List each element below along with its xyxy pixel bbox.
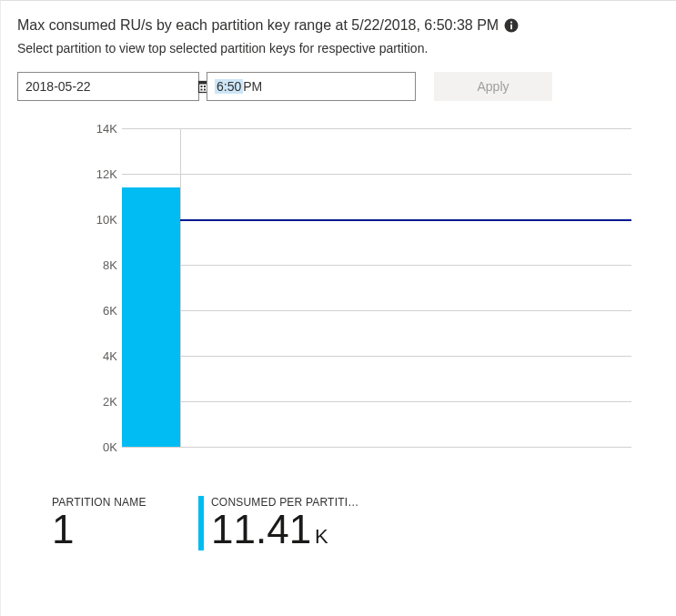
chart-reference-line <box>180 219 631 221</box>
chart-gridline <box>122 356 631 357</box>
time-field[interactable]: 6:50 PM <box>207 72 416 101</box>
time-hours-minutes[interactable]: 6:50 <box>215 79 243 94</box>
chart-y-tick: 14K <box>76 122 117 136</box>
chart-gridline <box>122 265 631 266</box>
panel-title-row: Max consumed RU/s by each partition key … <box>17 17 667 34</box>
date-field[interactable] <box>17 72 199 101</box>
chart-bar[interactable] <box>122 187 180 447</box>
chart-plot-area <box>122 128 631 447</box>
svg-rect-8 <box>201 89 203 91</box>
chart-gridline <box>122 128 631 129</box>
chart-y-tick: 4K <box>76 349 117 363</box>
svg-rect-9 <box>204 89 206 91</box>
apply-button[interactable]: Apply <box>434 72 552 101</box>
chart-y-tick: 2K <box>76 395 117 409</box>
svg-rect-2 <box>510 22 512 24</box>
kpi-partition: PARTITION NAME 1 <box>39 496 198 550</box>
kpi-consumed-value: 11.41K <box>211 509 358 550</box>
kpi-row: PARTITION NAME 1 CONSUMED PER PARTITI… 1… <box>39 496 658 550</box>
panel-subtitle: Select partition to view top selected pa… <box>17 41 667 56</box>
chart-y-tick: 6K <box>76 304 117 318</box>
chart-gridline <box>122 401 631 402</box>
chart-axis-vline <box>180 128 181 447</box>
chart-y-tick: 12K <box>76 167 117 181</box>
svg-rect-6 <box>204 86 206 87</box>
kpi-marker <box>198 496 204 550</box>
kpi-consumed: CONSUMED PER PARTITI… 11.41K <box>198 496 358 550</box>
ru-chart[interactable]: 0K2K4K6K8K10K12K14K <box>17 114 645 459</box>
kpi-partition-value: 1 <box>52 509 146 550</box>
info-icon[interactable] <box>504 18 519 33</box>
chart-gridline <box>122 447 631 448</box>
chart-gridline <box>122 310 631 311</box>
controls-row: 6:50 PM Apply <box>17 72 667 101</box>
chart-y-tick: 8K <box>76 258 117 272</box>
throughput-panel: Max consumed RU/s by each partition key … <box>0 0 676 616</box>
svg-rect-1 <box>510 25 512 29</box>
panel-title: Max consumed RU/s by each partition key … <box>17 17 499 34</box>
kpi-consumed-number: 11.41 <box>211 507 311 551</box>
time-suffix: PM <box>243 79 262 94</box>
kpi-consumed-unit: K <box>315 525 328 548</box>
date-input[interactable] <box>18 73 192 100</box>
chart-y-tick: 0K <box>76 440 117 454</box>
svg-rect-5 <box>201 86 203 87</box>
chart-gridline <box>122 174 631 175</box>
chart-y-tick: 10K <box>76 213 117 227</box>
